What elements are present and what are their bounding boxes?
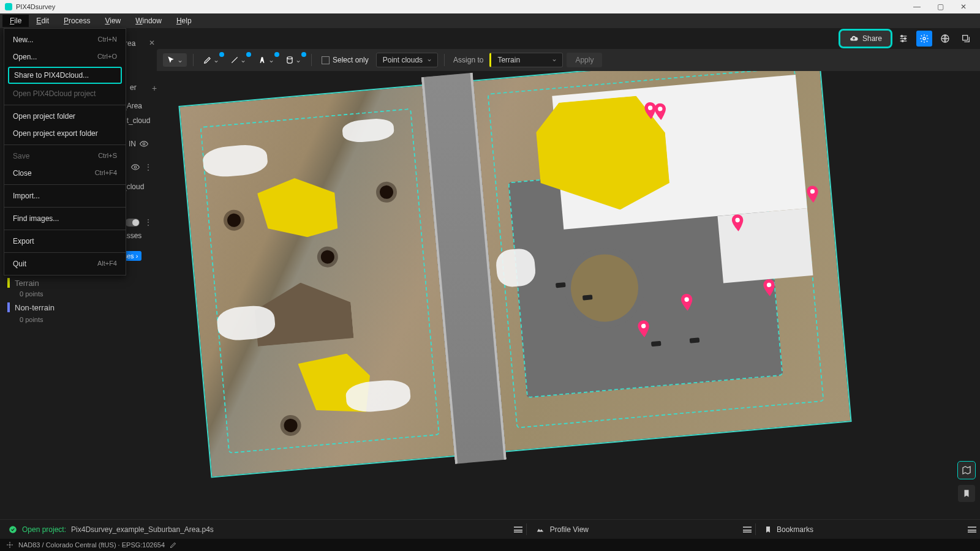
aerial-scene (178, 71, 851, 478)
add-layer-icon[interactable]: + (152, 83, 157, 93)
svg-point-9 (902, 40, 903, 42)
share-button[interactable]: Share (840, 31, 891, 47)
bookmark-icon (764, 525, 772, 534)
visibility-row (140, 140, 148, 148)
svg-line-2 (232, 57, 237, 62)
menu-save[interactable]: SaveCtrl+S (4, 148, 126, 165)
menu-open-export-folder[interactable]: Open project export folder (4, 125, 126, 142)
filter-select[interactable]: Point clouds (376, 53, 438, 67)
class-nonterrain[interactable]: Non-terrain (7, 302, 55, 312)
project-filename: Pix4Dsurvey_example_Suburban_Area.p4s (71, 525, 214, 534)
visibility-row-2: ⋮ (131, 163, 152, 171)
crs-label[interactable]: NAD83 / Colorado Central (ftUS) · EPSG:1… (18, 541, 165, 549)
menu-share-cloud[interactable]: Share to PIX4Dcloud... (8, 67, 122, 84)
marker-pin-icon[interactable] (653, 103, 668, 121)
nonterrain-point-count: 0 points (20, 316, 43, 323)
menu-help[interactable]: Help (169, 15, 199, 27)
svg-point-7 (901, 36, 903, 37)
assign-class-select[interactable]: Terrain (489, 53, 563, 67)
svg-point-8 (904, 38, 906, 40)
marker-pin-icon[interactable] (636, 320, 651, 338)
more-icon[interactable]: ⋮ (145, 163, 152, 171)
status-bar: NAD83 / Colorado Central (ftUS) · EPSG:1… (0, 539, 980, 551)
marker-pin-icon[interactable] (730, 214, 745, 232)
toggle-row: ⋮ (125, 218, 152, 227)
menu-window[interactable]: Window (128, 15, 169, 27)
app-logo-icon (5, 3, 12, 10)
window-close-button[interactable]: ✕ (952, 2, 975, 11)
draw-line-tool[interactable]: ⌄ (227, 53, 250, 67)
window-maximize-button[interactable]: ▢ (929, 2, 952, 11)
class-terrain[interactable]: Terrain (7, 278, 39, 288)
profile-icon (535, 525, 545, 534)
sliders-icon[interactable] (895, 31, 911, 47)
viewport-right-tools (958, 462, 975, 502)
tree-item-in[interactable]: IN (129, 140, 136, 148)
more-icon[interactable]: ⋮ (145, 218, 152, 227)
menu-find-images[interactable]: Find images... (4, 210, 126, 227)
marker-pin-icon[interactable] (805, 185, 820, 203)
draw-road-tool[interactable]: ⌄ (254, 53, 278, 67)
menu-quit[interactable]: QuitAlt+F4 (4, 255, 126, 272)
menu-open[interactable]: Open...Ctrl+O (4, 48, 126, 66)
menu-open-cloud-project[interactable]: Open PIX4Dcloud project (4, 85, 126, 102)
app-title: PIX4Dsurvey (16, 3, 55, 10)
settings-icon[interactable] (916, 31, 932, 47)
select-only-checkbox[interactable]: Select only (318, 53, 372, 67)
svg-point-10 (923, 37, 925, 40)
select-tool[interactable]: ⌄ (163, 53, 187, 67)
edit-crs-icon[interactable] (170, 541, 177, 549)
3d-viewport[interactable] (157, 71, 980, 519)
eye-icon[interactable] (131, 163, 140, 171)
menu-edit[interactable]: Edit (29, 15, 56, 27)
bottom-panel-bar: Open project: Pix4Dsurvey_example_Suburb… (0, 519, 980, 539)
marker-pin-icon[interactable] (679, 293, 694, 312)
svg-point-0 (143, 143, 145, 145)
tab-close-icon[interactable]: ✕ (149, 39, 155, 47)
menu-close[interactable]: CloseCtrl+F4 (4, 165, 126, 182)
profile-view-tab[interactable]: Profile View (527, 520, 597, 539)
svg-point-22 (9, 544, 10, 545)
window-titlebar: PIX4Dsurvey — ▢ ✕ (0, 0, 980, 13)
main-toolbar: ⌄ ⌄ ⌄ ⌄ ⌄ Select only Point clouds Assig… (157, 49, 980, 71)
terrain-point-count: 0 points (20, 290, 43, 298)
file-menu-dropdown: New...Ctrl+N Open...Ctrl+O Share to PIX4… (4, 28, 126, 276)
tree-er-label: er (130, 83, 137, 92)
globe-icon[interactable] (937, 31, 953, 47)
bookmark-icon[interactable] (958, 485, 975, 502)
menu-import[interactable]: Import... (4, 187, 126, 204)
window-minimize-button[interactable]: — (905, 2, 929, 11)
tree-item-ntcloud[interactable]: nt_cloud (123, 116, 150, 125)
svg-point-1 (134, 166, 137, 168)
map-mode-icon[interactable] (958, 462, 975, 479)
eye-icon[interactable] (140, 140, 148, 148)
toggle-switch[interactable] (125, 219, 140, 227)
cloud-upload-icon (849, 34, 859, 43)
crs-icon (6, 541, 13, 549)
svg-point-3 (287, 57, 292, 59)
menu-bar: File Edit Process View Window Help (0, 13, 980, 28)
svg-point-21 (9, 526, 17, 533)
check-circle-icon (9, 525, 17, 534)
menu-new[interactable]: New...Ctrl+N (4, 31, 126, 48)
header-right: Share (840, 31, 974, 47)
apply-button[interactable]: Apply (567, 53, 602, 67)
bookmarks-tab[interactable]: Bookmarks (756, 520, 822, 539)
export-icon[interactable] (958, 31, 974, 47)
menu-open-project-folder[interactable]: Open project folder (4, 108, 126, 125)
assign-to-label: Assign to (451, 56, 486, 64)
menu-export[interactable]: Export (4, 233, 126, 250)
menu-file[interactable]: File (2, 15, 29, 27)
draw-volume-tool[interactable]: ⌄ (282, 53, 305, 67)
collapse-icon[interactable] (743, 527, 755, 533)
collapse-icon[interactable] (968, 527, 980, 533)
svg-rect-12 (963, 36, 968, 40)
draw-point-tool[interactable]: ⌄ (200, 53, 223, 67)
menu-process[interactable]: Process (56, 15, 97, 27)
menu-view[interactable]: View (97, 15, 128, 27)
marker-pin-icon[interactable] (762, 279, 777, 297)
open-project-status: Open project: Pix4Dsurvey_example_Suburb… (0, 520, 222, 539)
collapse-icon[interactable] (514, 527, 526, 533)
